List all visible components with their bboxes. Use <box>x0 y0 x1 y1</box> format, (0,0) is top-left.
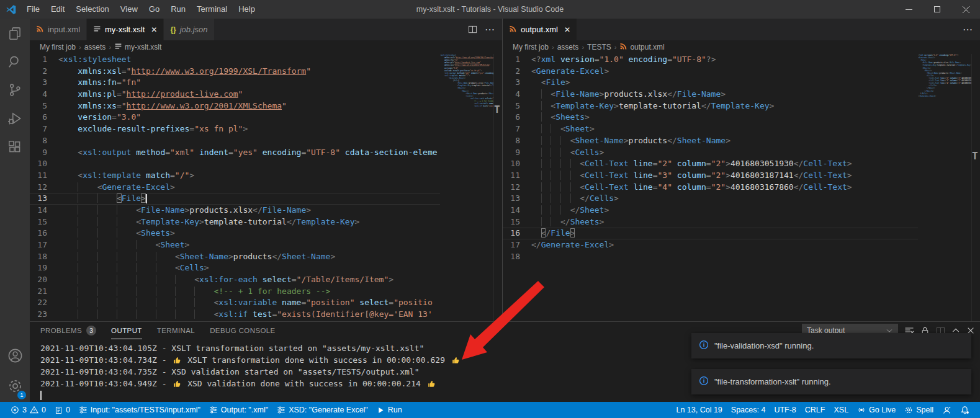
panel-tab-problems[interactable]: PROBLEMS3 <box>40 322 96 339</box>
minimap-left[interactable]: <xsl:stylesheet xmlns:xsl="http://www.w3… <box>440 54 493 321</box>
xsd-config-button[interactable]: XSD: "Generate Excel" <box>272 402 372 418</box>
code-line[interactable]: 4 xmlns:pl="http://product-live.com" <box>30 89 440 100</box>
encoding[interactable]: UTF-8 <box>770 402 800 418</box>
code-line[interactable]: 17 <Sheet> <box>30 239 440 251</box>
tab-input.xml[interactable]: input.xml <box>30 19 87 40</box>
breadcrumb-item[interactable]: assets <box>84 43 106 51</box>
code-line[interactable]: 16 </File> <box>503 228 918 239</box>
code-line[interactable]: 10 <box>30 158 440 170</box>
panel-tab-output[interactable]: OUTPUT <box>111 322 142 339</box>
input-config-button[interactable]: Input: "assets/TESTS/input.xml" <box>74 402 205 418</box>
code-line[interactable]: 15 <Template-Key>template-tutorial</Temp… <box>30 216 440 228</box>
code-line[interactable]: 9 <Cells> <box>503 147 918 159</box>
breadcrumb-item[interactable]: my-xslt.xslt <box>114 42 161 52</box>
close-window-button[interactable] <box>951 0 980 19</box>
code-line[interactable]: 12 <Generate-Excel> <box>30 182 440 193</box>
code-line[interactable]: 7 <Sheet> <box>503 123 918 135</box>
breadcrumb-item[interactable]: My first job <box>513 43 549 51</box>
code-line[interactable]: 12 <Cell-Text line="4" column="2">401680… <box>503 182 918 193</box>
code-line[interactable]: 2 xmlns:xsl="http://www.w3.org/1999/XSL/… <box>30 66 440 78</box>
problems-status[interactable]: 3 0 <box>6 402 50 418</box>
more-actions-icon[interactable]: ⋯ <box>485 24 495 35</box>
code-line[interactable]: 13 <File> <box>30 193 440 205</box>
code-editor-left[interactable]: 1<xsl:stylesheet2 xmlns:xsl="http://www.… <box>30 54 440 321</box>
code-line[interactable]: 3 xmlns:fn="fn" <box>30 77 440 89</box>
output-config-button[interactable]: Output: ".xml" <box>205 402 272 418</box>
code-editor-right[interactable]: 1<?xml version="1.0" encoding="UTF-8"?>2… <box>503 54 918 321</box>
indentation[interactable]: Spaces: 4 <box>727 402 770 418</box>
code-line[interactable]: 7 exclude-result-prefixes="xs fn pl"> <box>30 123 440 135</box>
menu-help[interactable]: Help <box>233 0 261 19</box>
run-debug-icon[interactable] <box>0 104 30 133</box>
search-icon[interactable] <box>0 47 30 76</box>
menu-view[interactable]: View <box>115 0 143 19</box>
menu-terminal[interactable]: Terminal <box>191 0 233 19</box>
code-line[interactable]: 22 <xsl:variable name="position" select=… <box>30 297 440 309</box>
menu-selection[interactable]: Selection <box>70 0 114 19</box>
breadcrumb-item[interactable]: output.xml <box>619 42 664 52</box>
account-icon[interactable] <box>0 341 30 370</box>
code-line[interactable]: 13 </Cells> <box>503 193 918 205</box>
code-line[interactable]: 4 <File-Name>products.xlsx</File-Name> <box>503 89 918 100</box>
code-line[interactable]: 8 <Sheet-Name>products</Sheet-Name> <box>503 135 918 147</box>
code-line[interactable]: 1<?xml version="1.0" encoding="UTF-8"?> <box>503 54 918 66</box>
breadcrumb-item[interactable]: My first job <box>40 43 76 51</box>
tab-my-xslt.xslt[interactable]: my-xslt.xslt✕ <box>87 19 164 40</box>
language-mode[interactable]: XSL <box>829 402 853 418</box>
cursor-position[interactable]: Ln 13, Col 19 <box>672 402 726 418</box>
minimize-button[interactable] <box>894 0 923 19</box>
code-line[interactable]: 18 <box>503 251 918 263</box>
breadcrumb-item[interactable]: TESTS <box>587 43 611 51</box>
code-line[interactable]: 5 xmlns:xs="http://www.w3.org/2001/XMLSc… <box>30 100 440 112</box>
panel-tab-terminal[interactable]: TERMINAL <box>157 322 195 339</box>
menu-edit[interactable]: Edit <box>45 0 70 19</box>
breadcrumb-item[interactable]: assets <box>557 43 579 51</box>
code-line[interactable]: 9 <xsl:output method="xml" indent="yes" … <box>30 147 440 159</box>
notifications-bell-button[interactable] <box>956 402 974 418</box>
close-icon[interactable]: ✕ <box>151 25 157 34</box>
code-line[interactable]: 23 <xsl:if test="exists(Identifier[@key=… <box>30 309 440 321</box>
panel-tab-debug-console[interactable]: DEBUG CONSOLE <box>210 322 276 339</box>
code-line[interactable]: 1<xsl:stylesheet <box>30 54 440 66</box>
spell-checker-button[interactable]: Spell <box>900 402 938 418</box>
code-line[interactable]: 19 <Cells> <box>30 262 440 274</box>
code-line[interactable]: 20 <xsl:for-each select="/Table/Items/It… <box>30 274 440 286</box>
feedback-button[interactable] <box>938 402 956 418</box>
menu-file[interactable]: File <box>21 0 45 19</box>
notification-toast[interactable]: "file-validation-xsd" running. <box>691 333 971 358</box>
code-line[interactable]: 6 version="3.0" <box>30 112 440 123</box>
code-line[interactable]: 14 </Sheet> <box>503 205 918 216</box>
menu-go[interactable]: Go <box>143 0 165 19</box>
source-control-icon[interactable] <box>0 76 30 104</box>
code-line[interactable]: 15 </Sheets> <box>503 216 918 228</box>
code-line[interactable]: 8 <box>30 135 440 147</box>
code-line[interactable]: 3 <File> <box>503 77 918 89</box>
code-line[interactable]: 18 <Sheet-Name>products</Sheet-Name> <box>30 251 440 263</box>
code-line[interactable]: 2<Generate-Excel> <box>503 66 918 78</box>
tasks-status[interactable]: 0 <box>50 402 74 418</box>
close-icon[interactable]: ✕ <box>564 25 570 34</box>
code-line[interactable]: 21 <!-- + 1 for headers --> <box>30 286 440 298</box>
code-line[interactable]: 11 <Cell-Text line="3" column="2">401680… <box>503 170 918 182</box>
scrollbar-right[interactable]: T <box>971 54 980 321</box>
code-line[interactable]: 5 <Template-Key>template-tutorial</Templ… <box>503 100 918 112</box>
go-live-button[interactable]: Go Live <box>853 402 900 418</box>
menu-run[interactable]: Run <box>165 0 191 19</box>
minimap-right[interactable]: <?xml version="1.0" encoding="UTF-8"?><G… <box>918 54 971 321</box>
explorer-icon[interactable] <box>0 19 30 47</box>
eol-sequence[interactable]: CRLF <box>801 402 830 418</box>
maximize-button[interactable] <box>923 0 951 19</box>
split-editor-icon[interactable] <box>468 25 477 34</box>
code-line[interactable]: 17</Generate-Excel> <box>503 239 918 251</box>
code-line[interactable]: 14 <File-Name>products.xlsx</File-Name> <box>30 205 440 216</box>
tab-job.json[interactable]: {}job.json <box>164 19 214 40</box>
code-line[interactable]: 16 <Sheets> <box>30 228 440 239</box>
scrollbar-left[interactable]: T <box>493 54 502 321</box>
code-line[interactable]: 10 <Cell-Text line="2" column="2">401680… <box>503 158 918 170</box>
tab-output.xml[interactable]: output.xml✕ <box>503 19 577 40</box>
settings-gear-icon[interactable]: 1 <box>0 370 30 402</box>
extensions-icon[interactable] <box>0 133 30 161</box>
more-actions-icon[interactable]: ⋯ <box>963 24 973 35</box>
run-button[interactable]: Run <box>372 402 407 418</box>
notification-toast[interactable]: "file-transformation-xslt" running. <box>691 369 971 394</box>
